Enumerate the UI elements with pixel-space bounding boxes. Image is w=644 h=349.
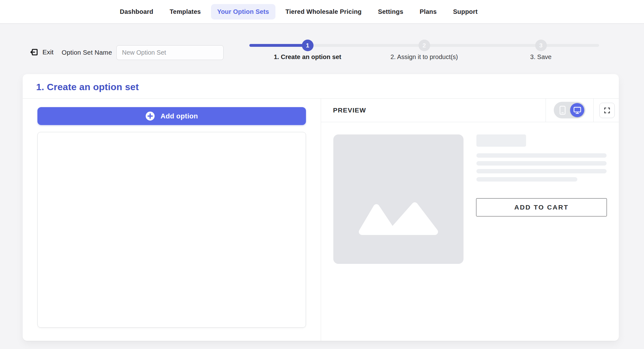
create-option-set-card: 1. Create an option set Add option PREVI… — [23, 74, 619, 341]
nav-item-support[interactable]: Support — [447, 4, 484, 19]
step-2-label: 2. Assign it to product(s) — [391, 53, 458, 61]
fullscreen-icon — [603, 107, 611, 114]
preview-header-divider-2 — [593, 98, 594, 122]
skeleton-text-line — [476, 153, 607, 158]
mobile-preview-button[interactable] — [555, 102, 570, 118]
option-set-name-label: Option Set Name — [62, 49, 112, 56]
nav-item-templates[interactable]: Templates — [163, 4, 207, 19]
exit-button[interactable]: Exit — [30, 46, 53, 58]
nav-item-your-option-sets[interactable]: Your Option Sets — [211, 4, 275, 19]
desktop-icon — [573, 106, 581, 114]
stepper-track-progress — [249, 44, 309, 47]
option-set-name-input[interactable] — [116, 45, 224, 60]
nav-item-settings[interactable]: Settings — [372, 4, 410, 19]
skeleton-text-line — [476, 161, 607, 166]
preview-title: PREVIEW — [333, 106, 366, 114]
step-1-circle: 1 — [302, 40, 314, 51]
step-3-circle: 3 — [535, 40, 547, 51]
step-1-label: 1. Create an option set — [274, 53, 341, 61]
step-3-label: 3. Save — [530, 53, 552, 61]
add-option-label: Add option — [160, 112, 198, 120]
product-image-placeholder — [333, 134, 464, 264]
card-title: 1. Create an option set — [36, 82, 139, 92]
image-placeholder-icon — [358, 200, 439, 238]
exit-label: Exit — [42, 48, 53, 56]
top-nav-items: Dashboard Templates Your Option Sets Tie… — [114, 4, 484, 19]
add-to-cart-button[interactable]: ADD TO CART — [476, 198, 607, 216]
nav-item-tiered-wholesale-pricing[interactable]: Tiered Wholesale Pricing — [279, 4, 368, 19]
plus-icon — [145, 111, 155, 121]
options-list-empty-area — [37, 132, 306, 328]
preview-header-divider-1 — [546, 98, 546, 122]
exit-icon — [30, 47, 39, 57]
desktop-preview-button[interactable] — [570, 103, 584, 117]
add-option-button[interactable]: Add option — [37, 107, 306, 125]
step-2-circle: 2 — [419, 40, 430, 51]
skeleton-product-title — [476, 134, 526, 147]
wizard-stepper: 1 1. Create an option set 2 2. Assign it… — [249, 35, 599, 62]
mobile-icon — [559, 106, 566, 115]
panel-divider — [321, 98, 321, 341]
nav-item-plans[interactable]: Plans — [413, 4, 443, 19]
page: { "nav": { "items": [ { "label": "Dashbo… — [0, 0, 644, 349]
skeleton-text-line — [476, 177, 577, 182]
device-preview-toggle — [554, 102, 586, 118]
top-nav: Dashboard Templates Your Option Sets Tie… — [0, 0, 644, 24]
nav-item-dashboard[interactable]: Dashboard — [114, 4, 159, 19]
preview-header: PREVIEW — [321, 98, 619, 122]
fullscreen-preview-button[interactable] — [599, 103, 615, 118]
skeleton-text-line — [476, 169, 607, 173]
